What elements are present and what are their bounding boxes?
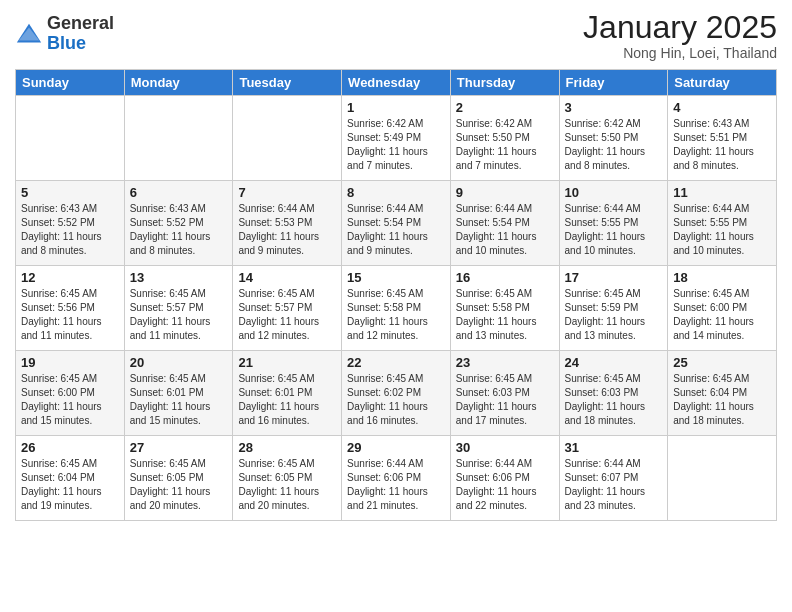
day-info: Sunrise: 6:45 AM Sunset: 6:00 PM Dayligh… bbox=[673, 287, 771, 343]
day-info: Sunrise: 6:45 AM Sunset: 6:03 PM Dayligh… bbox=[565, 372, 663, 428]
day-number: 27 bbox=[130, 440, 228, 455]
day-cell: 4Sunrise: 6:43 AM Sunset: 5:51 PM Daylig… bbox=[668, 96, 777, 181]
day-cell: 8Sunrise: 6:44 AM Sunset: 5:54 PM Daylig… bbox=[342, 181, 451, 266]
header-saturday: Saturday bbox=[668, 70, 777, 96]
week-row-1: 1Sunrise: 6:42 AM Sunset: 5:49 PM Daylig… bbox=[16, 96, 777, 181]
day-info: Sunrise: 6:44 AM Sunset: 5:55 PM Dayligh… bbox=[673, 202, 771, 258]
month-title: January 2025 bbox=[583, 10, 777, 45]
header-monday: Monday bbox=[124, 70, 233, 96]
week-row-3: 12Sunrise: 6:45 AM Sunset: 5:56 PM Dayli… bbox=[16, 266, 777, 351]
day-number: 3 bbox=[565, 100, 663, 115]
day-cell: 14Sunrise: 6:45 AM Sunset: 5:57 PM Dayli… bbox=[233, 266, 342, 351]
header-thursday: Thursday bbox=[450, 70, 559, 96]
day-info: Sunrise: 6:45 AM Sunset: 6:01 PM Dayligh… bbox=[130, 372, 228, 428]
day-number: 25 bbox=[673, 355, 771, 370]
header: General Blue January 2025 Nong Hin, Loei… bbox=[15, 10, 777, 61]
day-number: 12 bbox=[21, 270, 119, 285]
day-info: Sunrise: 6:44 AM Sunset: 5:55 PM Dayligh… bbox=[565, 202, 663, 258]
day-info: Sunrise: 6:45 AM Sunset: 5:59 PM Dayligh… bbox=[565, 287, 663, 343]
day-info: Sunrise: 6:44 AM Sunset: 6:07 PM Dayligh… bbox=[565, 457, 663, 513]
day-cell: 31Sunrise: 6:44 AM Sunset: 6:07 PM Dayli… bbox=[559, 436, 668, 521]
day-cell: 2Sunrise: 6:42 AM Sunset: 5:50 PM Daylig… bbox=[450, 96, 559, 181]
svg-marker-1 bbox=[19, 27, 40, 40]
day-number: 13 bbox=[130, 270, 228, 285]
day-info: Sunrise: 6:45 AM Sunset: 5:57 PM Dayligh… bbox=[238, 287, 336, 343]
day-info: Sunrise: 6:45 AM Sunset: 6:02 PM Dayligh… bbox=[347, 372, 445, 428]
day-cell: 27Sunrise: 6:45 AM Sunset: 6:05 PM Dayli… bbox=[124, 436, 233, 521]
week-row-5: 26Sunrise: 6:45 AM Sunset: 6:04 PM Dayli… bbox=[16, 436, 777, 521]
day-number: 16 bbox=[456, 270, 554, 285]
day-number: 21 bbox=[238, 355, 336, 370]
day-number: 6 bbox=[130, 185, 228, 200]
day-info: Sunrise: 6:45 AM Sunset: 6:01 PM Dayligh… bbox=[238, 372, 336, 428]
day-info: Sunrise: 6:43 AM Sunset: 5:52 PM Dayligh… bbox=[130, 202, 228, 258]
day-number: 4 bbox=[673, 100, 771, 115]
day-cell: 22Sunrise: 6:45 AM Sunset: 6:02 PM Dayli… bbox=[342, 351, 451, 436]
day-info: Sunrise: 6:45 AM Sunset: 6:03 PM Dayligh… bbox=[456, 372, 554, 428]
day-cell: 6Sunrise: 6:43 AM Sunset: 5:52 PM Daylig… bbox=[124, 181, 233, 266]
day-number: 26 bbox=[21, 440, 119, 455]
header-wednesday: Wednesday bbox=[342, 70, 451, 96]
day-number: 30 bbox=[456, 440, 554, 455]
day-cell: 24Sunrise: 6:45 AM Sunset: 6:03 PM Dayli… bbox=[559, 351, 668, 436]
header-sunday: Sunday bbox=[16, 70, 125, 96]
day-info: Sunrise: 6:42 AM Sunset: 5:50 PM Dayligh… bbox=[456, 117, 554, 173]
day-info: Sunrise: 6:45 AM Sunset: 5:57 PM Dayligh… bbox=[130, 287, 228, 343]
day-cell: 5Sunrise: 6:43 AM Sunset: 5:52 PM Daylig… bbox=[16, 181, 125, 266]
header-tuesday: Tuesday bbox=[233, 70, 342, 96]
day-cell: 23Sunrise: 6:45 AM Sunset: 6:03 PM Dayli… bbox=[450, 351, 559, 436]
location: Nong Hin, Loei, Thailand bbox=[583, 45, 777, 61]
day-info: Sunrise: 6:43 AM Sunset: 5:51 PM Dayligh… bbox=[673, 117, 771, 173]
calendar: Sunday Monday Tuesday Wednesday Thursday… bbox=[15, 69, 777, 521]
day-number: 9 bbox=[456, 185, 554, 200]
day-number: 19 bbox=[21, 355, 119, 370]
day-cell: 25Sunrise: 6:45 AM Sunset: 6:04 PM Dayli… bbox=[668, 351, 777, 436]
day-number: 14 bbox=[238, 270, 336, 285]
day-number: 29 bbox=[347, 440, 445, 455]
day-number: 7 bbox=[238, 185, 336, 200]
day-cell: 1Sunrise: 6:42 AM Sunset: 5:49 PM Daylig… bbox=[342, 96, 451, 181]
day-cell: 18Sunrise: 6:45 AM Sunset: 6:00 PM Dayli… bbox=[668, 266, 777, 351]
day-cell bbox=[16, 96, 125, 181]
day-cell bbox=[124, 96, 233, 181]
weekday-header-row: Sunday Monday Tuesday Wednesday Thursday… bbox=[16, 70, 777, 96]
day-number: 15 bbox=[347, 270, 445, 285]
day-info: Sunrise: 6:45 AM Sunset: 6:05 PM Dayligh… bbox=[238, 457, 336, 513]
day-number: 18 bbox=[673, 270, 771, 285]
day-cell: 13Sunrise: 6:45 AM Sunset: 5:57 PM Dayli… bbox=[124, 266, 233, 351]
day-cell: 17Sunrise: 6:45 AM Sunset: 5:59 PM Dayli… bbox=[559, 266, 668, 351]
logo-general: General bbox=[47, 14, 114, 34]
day-info: Sunrise: 6:43 AM Sunset: 5:52 PM Dayligh… bbox=[21, 202, 119, 258]
day-cell: 9Sunrise: 6:44 AM Sunset: 5:54 PM Daylig… bbox=[450, 181, 559, 266]
day-cell bbox=[233, 96, 342, 181]
day-number: 1 bbox=[347, 100, 445, 115]
day-cell: 10Sunrise: 6:44 AM Sunset: 5:55 PM Dayli… bbox=[559, 181, 668, 266]
day-cell: 26Sunrise: 6:45 AM Sunset: 6:04 PM Dayli… bbox=[16, 436, 125, 521]
day-info: Sunrise: 6:45 AM Sunset: 6:04 PM Dayligh… bbox=[673, 372, 771, 428]
week-row-2: 5Sunrise: 6:43 AM Sunset: 5:52 PM Daylig… bbox=[16, 181, 777, 266]
day-number: 20 bbox=[130, 355, 228, 370]
day-number: 22 bbox=[347, 355, 445, 370]
day-cell: 19Sunrise: 6:45 AM Sunset: 6:00 PM Dayli… bbox=[16, 351, 125, 436]
day-cell: 20Sunrise: 6:45 AM Sunset: 6:01 PM Dayli… bbox=[124, 351, 233, 436]
day-info: Sunrise: 6:42 AM Sunset: 5:49 PM Dayligh… bbox=[347, 117, 445, 173]
header-friday: Friday bbox=[559, 70, 668, 96]
day-number: 5 bbox=[21, 185, 119, 200]
day-cell: 28Sunrise: 6:45 AM Sunset: 6:05 PM Dayli… bbox=[233, 436, 342, 521]
day-info: Sunrise: 6:44 AM Sunset: 5:54 PM Dayligh… bbox=[456, 202, 554, 258]
day-info: Sunrise: 6:45 AM Sunset: 5:58 PM Dayligh… bbox=[456, 287, 554, 343]
day-number: 31 bbox=[565, 440, 663, 455]
day-cell: 11Sunrise: 6:44 AM Sunset: 5:55 PM Dayli… bbox=[668, 181, 777, 266]
day-cell: 3Sunrise: 6:42 AM Sunset: 5:50 PM Daylig… bbox=[559, 96, 668, 181]
day-cell bbox=[668, 436, 777, 521]
day-cell: 30Sunrise: 6:44 AM Sunset: 6:06 PM Dayli… bbox=[450, 436, 559, 521]
day-cell: 12Sunrise: 6:45 AM Sunset: 5:56 PM Dayli… bbox=[16, 266, 125, 351]
day-cell: 15Sunrise: 6:45 AM Sunset: 5:58 PM Dayli… bbox=[342, 266, 451, 351]
day-info: Sunrise: 6:45 AM Sunset: 5:58 PM Dayligh… bbox=[347, 287, 445, 343]
logo: General Blue bbox=[15, 14, 114, 54]
day-info: Sunrise: 6:45 AM Sunset: 6:00 PM Dayligh… bbox=[21, 372, 119, 428]
logo-blue: Blue bbox=[47, 34, 114, 54]
day-number: 11 bbox=[673, 185, 771, 200]
day-info: Sunrise: 6:45 AM Sunset: 6:05 PM Dayligh… bbox=[130, 457, 228, 513]
day-info: Sunrise: 6:45 AM Sunset: 5:56 PM Dayligh… bbox=[21, 287, 119, 343]
